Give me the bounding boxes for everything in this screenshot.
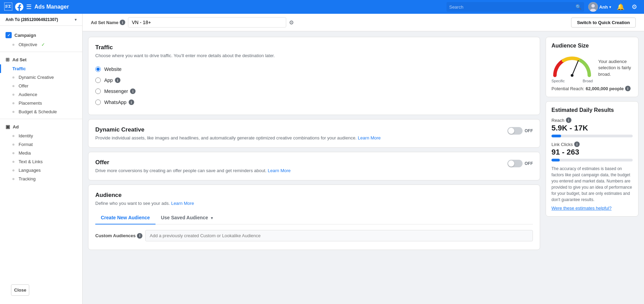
search-bar[interactable]: 🔍 — [447, 2, 584, 12]
gauge-broad-label: Broad — [583, 79, 593, 83]
traffic-card: Traffic Choose where you want to drive t… — [88, 37, 540, 115]
offer-toggle-track[interactable] — [507, 160, 523, 167]
user-menu[interactable]: Anh ▾ — [588, 2, 611, 12]
sidebar-item-offer[interactable]: Offer — [0, 82, 82, 90]
audience-title: Audience — [95, 192, 533, 199]
user-name: Anh — [599, 4, 608, 10]
link-clicks-info-icon[interactable]: i — [574, 141, 580, 147]
facebook-icon[interactable]:  — [4, 2, 12, 12]
sidebar-ad-header[interactable]: ▣ Ad — [0, 122, 82, 132]
offer-toggle-label: OFF — [525, 161, 533, 166]
sidebar-item-tracking[interactable]: Tracking — [0, 175, 82, 183]
sidebar-item-audience-label: Audience — [19, 92, 37, 97]
dynamic-creative-toggle[interactable]: OFF — [507, 127, 533, 135]
app-info-icon[interactable]: i — [115, 77, 120, 83]
helpful-link[interactable]: Were these estimates helpful? — [551, 206, 633, 211]
settings-icon[interactable]: ⚙ — [629, 1, 640, 12]
custom-audiences-row: Custom Audiences i — [95, 230, 533, 241]
sidebar-item-budget-schedule[interactable]: Budget & Schedule — [0, 107, 82, 116]
dynamic-creative-toggle-row: Dynamic Creative Provide individual asse… — [95, 126, 533, 140]
sidebar-item-placements[interactable]: Placements — [0, 99, 82, 107]
offer-toggle-knob — [508, 160, 514, 167]
adset-gear-icon[interactable]: ⚙ — [289, 19, 294, 26]
sidebar-item-format[interactable]: Format — [0, 140, 82, 149]
traffic-title: Traffic — [95, 44, 533, 51]
close-button[interactable]: Close — [11, 284, 29, 296]
search-icon: 🔍 — [576, 4, 581, 10]
svg-point-1 — [591, 4, 595, 8]
sidebar-item-traffic[interactable]: Traffic — [0, 64, 82, 73]
dynamic-creative-learn-more-link[interactable]: Learn More — [358, 135, 380, 140]
offer-learn-more-link[interactable]: Learn More — [268, 168, 290, 173]
sidebar-item-objective[interactable]: Objective ✓ — [0, 40, 82, 49]
dynamic-creative-toggle-label: OFF — [525, 128, 533, 133]
potential-reach-row: Potential Reach: 62,000,000 people i — [551, 86, 633, 91]
offer-toggle[interactable]: OFF — [507, 160, 533, 167]
sidebar-item-dynamic-creative[interactable]: Dynamic Creative — [0, 73, 82, 82]
traffic-app-label: App i — [104, 77, 120, 83]
potential-reach-value: 62,000,000 people — [586, 86, 624, 91]
sidebar-section-ad: ▣ Ad Identity Format Media Text & — [0, 122, 82, 183]
traffic-option-whatsapp[interactable]: WhatsApp i — [95, 97, 533, 108]
sidebar-item-media[interactable]: Media — [0, 149, 82, 157]
right-sidebar: Audience Size — [546, 37, 638, 298]
adset-name-info-icon[interactable]: i — [120, 20, 125, 25]
ad-square-icon: ▣ — [6, 124, 10, 129]
link-clicks-label: Link Clicks — [551, 142, 573, 147]
whatsapp-info-icon[interactable]: i — [129, 99, 134, 105]
facebook-logo-icon[interactable] — [15, 3, 23, 11]
tab-create-new-audience[interactable]: Create New Audience — [95, 211, 155, 224]
traffic-option-messenger[interactable]: Messenger i — [95, 86, 533, 97]
potential-reach-info-icon[interactable]: i — [625, 86, 631, 91]
svg-point-4 — [571, 74, 573, 77]
switch-quick-creation-button[interactable]: Switch to Quick Creation — [571, 18, 636, 28]
disclaimer-text: The accuracy of estimates is based on fa… — [551, 166, 633, 203]
audience-card: Audience Define who you want to see your… — [88, 185, 540, 250]
tab-use-saved-audience[interactable]: Use Saved Audience ▾ — [155, 211, 218, 224]
sidebar-item-format-label: Format — [19, 142, 33, 147]
sidebar-footer: Close — [0, 276, 82, 304]
custom-audiences-info-icon[interactable]: i — [137, 233, 142, 239]
account-name: Anh Tú (285120064921307) — [6, 17, 72, 22]
dot-icon — [12, 76, 14, 78]
adset-name-input[interactable] — [128, 17, 286, 28]
custom-audience-input[interactable] — [145, 230, 533, 241]
traffic-website-label: Website — [104, 66, 121, 72]
sidebar-ad-label: Ad — [13, 124, 19, 129]
sidebar-item-languages[interactable]: Languages — [0, 166, 82, 175]
sidebar-item-identity[interactable]: Identity — [0, 132, 82, 140]
sidebar-adset-label: Ad Set — [12, 57, 26, 62]
link-clicks-label-row: Link Clicks i — [551, 141, 633, 147]
sidebar-adset-header[interactable]: ⊞ Ad Set — [0, 55, 82, 64]
sidebar-divider-2 — [0, 119, 82, 119]
estimated-results-title: Estimated Daily Results — [551, 107, 633, 113]
account-dropdown-icon: ▾ — [75, 17, 77, 22]
traffic-option-app[interactable]: App i — [95, 75, 533, 86]
audience-tabs: Create New Audience Use Saved Audience ▾ — [95, 211, 533, 224]
reach-info-icon[interactable]: i — [566, 117, 571, 123]
objective-check-icon: ✓ — [41, 42, 45, 47]
messenger-info-icon[interactable]: i — [130, 88, 136, 94]
notifications-icon[interactable]: 🔔 — [615, 1, 626, 12]
avatar — [588, 2, 598, 12]
dynamic-creative-subtitle: Provide individual assets, like images a… — [95, 135, 502, 140]
traffic-messenger-label: Messenger i — [104, 88, 136, 94]
sidebar-item-audience[interactable]: Audience — [0, 90, 82, 99]
account-selector[interactable]: Anh Tú (285120064921307) ▾ — [0, 14, 82, 26]
search-input[interactable] — [449, 4, 574, 10]
dot-icon — [12, 169, 14, 171]
dynamic-creative-toggle-track[interactable] — [507, 127, 523, 135]
hamburger-icon[interactable]: ☰ — [26, 3, 32, 11]
custom-audiences-label: Custom Audiences i — [95, 233, 142, 239]
audience-learn-more-link[interactable]: Learn More — [171, 201, 194, 206]
sidebar-item-media-label: Media — [19, 150, 31, 156]
audience-subtitle: Define who you want to see your ads. Lea… — [95, 201, 533, 206]
dynamic-creative-card: Dynamic Creative Provide individual asse… — [88, 119, 540, 148]
dot-icon — [12, 94, 14, 96]
dot-icon — [12, 161, 14, 163]
dynamic-creative-toggle-knob — [508, 128, 514, 134]
sidebar-campaign-header[interactable]: Campaign — [0, 30, 82, 40]
sidebar-campaign-label: Campaign — [14, 33, 36, 38]
traffic-option-website[interactable]: Website — [95, 64, 533, 75]
sidebar-item-text-links[interactable]: Text & Links — [0, 157, 82, 166]
